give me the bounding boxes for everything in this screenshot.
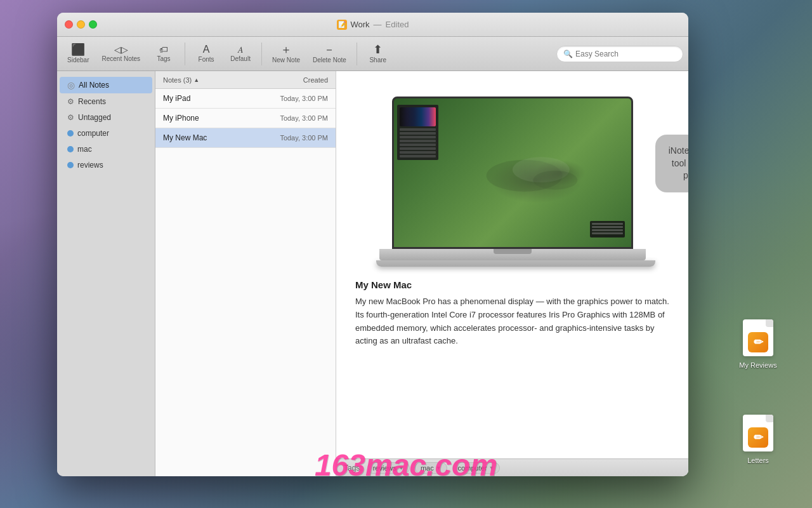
tag-reviews-arrow-icon: ▼ <box>398 465 404 471</box>
sidebar-item-computer[interactable]: computer <box>60 126 152 141</box>
screen-content <box>394 98 631 247</box>
tag-chip-reviews[interactable]: reviews ▼ <box>367 462 410 474</box>
new-note-button[interactable]: ＋ New Note <box>267 41 305 66</box>
tooltip-bubble: iNotepad is a great tool to boost your p… <box>655 135 689 192</box>
default-button[interactable]: 𝐴 Default <box>225 43 256 65</box>
tag-computer-arrow-icon: ▼ <box>488 465 494 471</box>
delete-note-label: Delete Note <box>313 57 346 64</box>
zoom-button[interactable] <box>89 20 97 29</box>
notes-list: Notes (3) ▲ Created My iPad Today, 3:00 … <box>155 71 336 476</box>
traffic-lights <box>65 20 97 29</box>
laptop-illustration: iNotepad is a great tool to boost your p… <box>376 97 649 267</box>
delete-note-icon: － <box>324 44 335 55</box>
note-row-new-mac[interactable]: My New Mac Today, 3:00 PM <box>155 128 336 148</box>
notes-column-header: Notes (3) ▲ <box>163 76 298 84</box>
close-button[interactable] <box>65 20 73 29</box>
untagged-gear-icon: ⚙ <box>67 113 74 122</box>
fonts-button[interactable]: A Fonts <box>190 42 222 65</box>
fonts-icon: A <box>203 44 210 55</box>
reviews-label: reviews <box>77 161 103 170</box>
default-icon: 𝐴 <box>238 45 244 54</box>
main-content: ◎ All Notes ⚙ Recents ⚙ Untagged compute… <box>57 71 688 476</box>
icon-label-letters: Letters <box>745 456 771 465</box>
note-name-new-mac: My New Mac <box>163 133 280 142</box>
sidebar-item-mac[interactable]: mac <box>60 142 152 157</box>
tags-bar-label: Tags: <box>344 464 362 472</box>
share-button[interactable]: ⬆ Share <box>362 41 394 66</box>
window-title-area: 📝 Work — Edited <box>337 20 409 30</box>
toolbar: ⬛ Sidebar ◁▷ Recent Notes 🏷 Tags A Fonts… <box>57 37 688 71</box>
note-text: My new MacBook Pro has a phenomenal disp… <box>355 295 669 348</box>
tag-mac-arrow-icon: ▼ <box>436 465 442 471</box>
tag-chip-computer[interactable]: computer ▼ <box>452 462 501 474</box>
search-box[interactable]: 🔍 <box>556 46 683 62</box>
note-date-new-mac: Today, 3:00 PM <box>280 134 328 142</box>
tag-chip-mac[interactable]: mac ▼ <box>415 462 447 474</box>
window-subtitle: Edited <box>386 20 409 29</box>
tag-reviews-label: reviews <box>373 464 396 472</box>
recent-notes-label: Recent Notes <box>102 55 140 62</box>
icon-image-letters: ✏ <box>740 413 776 453</box>
created-column-header: Created <box>303 76 328 84</box>
all-notes-radio-icon: ◎ <box>67 80 75 90</box>
tags-button[interactable]: 🏷 Tags <box>148 43 180 65</box>
mac-dot-icon <box>67 146 74 152</box>
laptop-notch <box>494 249 532 254</box>
fonts-label: Fonts <box>199 56 214 63</box>
inotepad-badge-letters: ✏ <box>748 427 768 448</box>
notes-count-label: Notes (3) <box>163 76 192 84</box>
tooltip-text: iNotepad is a great tool to boost your p… <box>669 145 688 180</box>
recent-notes-icon: ◁▷ <box>114 45 128 54</box>
minimize-button[interactable] <box>77 20 85 29</box>
search-icon: 🔍 <box>563 50 573 58</box>
delete-note-button[interactable]: － Delete Note <box>308 41 351 66</box>
sidebar-item-untagged[interactable]: ⚙ Untagged <box>60 110 152 125</box>
share-icon: ⬆ <box>373 44 383 55</box>
zebra-texture-svg <box>394 98 631 247</box>
icon-image: ✏ <box>740 318 776 358</box>
note-date-ipad: Today, 3:00 PM <box>280 95 328 102</box>
computer-label: computer <box>77 129 109 138</box>
separator-1 <box>185 43 185 65</box>
sidebar-item-recents[interactable]: ⚙ Recents <box>60 94 152 109</box>
sidebar-item-all-notes[interactable]: ◎ All Notes <box>60 77 152 93</box>
window-title: Work <box>351 20 370 29</box>
icon-label-my-reviews: My Reviews <box>737 361 778 370</box>
desktop-icon-my-reviews[interactable]: ✏ My Reviews <box>733 318 783 370</box>
note-row-iphone[interactable]: My iPhone Today, 3:00 PM <box>155 109 336 128</box>
note-detail: iNotepad is a great tool to boost your p… <box>336 71 688 476</box>
note-date-iphone: Today, 3:00 PM <box>280 114 328 122</box>
reviews-dot-icon <box>67 162 74 168</box>
titlebar: 📝 Work — Edited <box>57 13 688 37</box>
default-label: Default <box>230 55 251 62</box>
share-label: Share <box>369 57 386 64</box>
note-body: iNotepad is a great tool to boost your p… <box>336 71 688 458</box>
desktop-icon-letters[interactable]: ✏ Letters <box>733 413 783 465</box>
recents-gear-icon: ⚙ <box>67 97 74 106</box>
note-row-ipad[interactable]: My iPad Today, 3:00 PM <box>155 89 336 109</box>
tag-computer-label: computer <box>458 464 487 472</box>
laptop-base <box>379 249 646 260</box>
mac-label: mac <box>77 145 92 154</box>
all-notes-label: All Notes <box>79 81 109 90</box>
sidebar-item-reviews[interactable]: reviews <box>60 157 152 173</box>
tags-label: Tags <box>157 55 171 62</box>
sidebar: ◎ All Notes ⚙ Recents ⚙ Untagged compute… <box>57 71 155 476</box>
search-input[interactable] <box>575 50 676 58</box>
laptop-bottom <box>376 260 655 267</box>
tags-icon: 🏷 <box>159 45 168 54</box>
inotepad-badge: ✏ <box>748 332 768 352</box>
main-window: 📝 Work — Edited ⬛ Sidebar ◁▷ Recent Note… <box>57 13 688 476</box>
laptop-screen <box>392 97 633 249</box>
new-note-icon: ＋ <box>280 44 292 55</box>
recent-notes-button[interactable]: ◁▷ Recent Notes <box>96 43 145 65</box>
sidebar-label: Sidebar <box>67 57 89 64</box>
sidebar-button[interactable]: ⬛ Sidebar <box>62 41 94 66</box>
computer-dot-icon <box>67 130 74 137</box>
notes-header: Notes (3) ▲ Created <box>155 71 336 89</box>
untagged-label: Untagged <box>78 113 111 122</box>
separator-3 <box>357 43 357 65</box>
tag-mac-label: mac <box>421 464 434 472</box>
new-note-label: New Note <box>272 57 300 64</box>
sidebar-icon: ⬛ <box>71 44 85 55</box>
